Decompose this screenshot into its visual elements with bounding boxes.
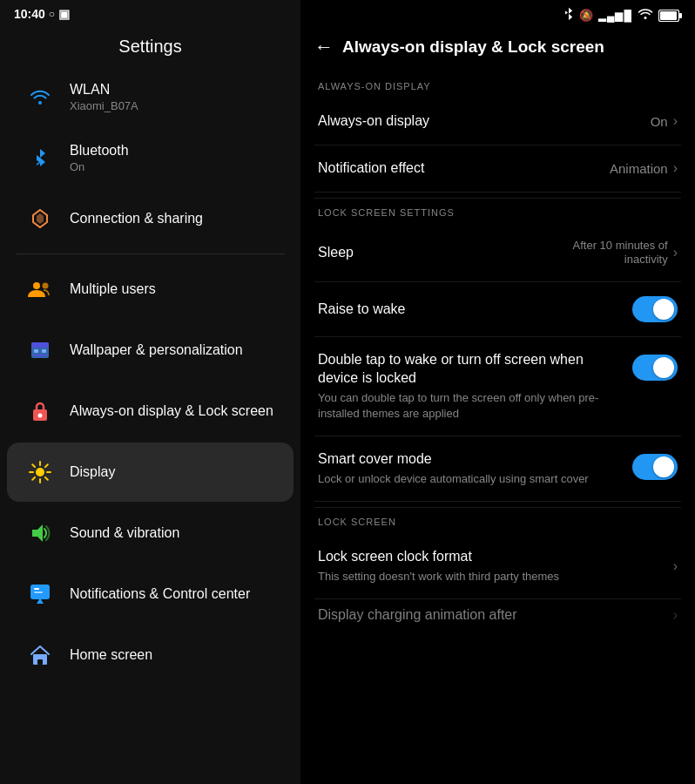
status-bar-left: 10:40 ○ ▣ bbox=[0, 0, 300, 24]
row-display-charging[interactable]: Display charging animation after › bbox=[314, 599, 681, 631]
row-charging-chevron: › bbox=[673, 607, 678, 623]
battery-icon bbox=[658, 10, 683, 22]
left-header: Settings bbox=[0, 24, 300, 65]
alwayson-label: Always-on display & Lock screen bbox=[70, 402, 273, 421]
lock-icon bbox=[23, 394, 57, 429]
row-always-on-display[interactable]: Always-on display On › bbox=[314, 98, 681, 145]
section-divider-1 bbox=[314, 198, 681, 199]
display-label: Display bbox=[70, 463, 115, 482]
circle-icon: ○ bbox=[49, 8, 55, 20]
row-smartcover-title: Smart cover mode bbox=[318, 450, 624, 469]
svg-rect-6 bbox=[34, 349, 38, 353]
row-clockformat-title: Lock screen clock format bbox=[318, 548, 665, 566]
row-sleep-right: After 10 minutes of inactivity › bbox=[529, 239, 678, 268]
sidebar-item-wlan[interactable]: WLAN Xiaomi_B07A bbox=[7, 67, 294, 126]
smart-cover-toggle[interactable] bbox=[632, 454, 678, 480]
row-sleep-value: After 10 minutes of inactivity bbox=[529, 239, 668, 268]
bluetooth-status-icon bbox=[563, 7, 574, 24]
home-icon bbox=[23, 638, 57, 672]
row-smartcover-desc: Lock or unlock device automatically usin… bbox=[318, 471, 624, 487]
sidebar-item-homescreen[interactable]: Home screen bbox=[7, 625, 294, 685]
connection-icon bbox=[23, 201, 57, 236]
settings-title: Settings bbox=[118, 37, 181, 56]
sound-text: Sound & vibration bbox=[70, 524, 179, 543]
row-raise-left: Raise to wake bbox=[318, 301, 632, 319]
bluetooth-sublabel: On bbox=[70, 160, 129, 173]
row-sleep-chevron: › bbox=[673, 245, 678, 260]
wifi-status-icon bbox=[638, 8, 653, 23]
row-doubletap-right bbox=[632, 355, 678, 381]
row-smartcover-right bbox=[632, 454, 678, 480]
users-label: Multiple users bbox=[70, 280, 156, 299]
sidebar-item-bluetooth[interactable]: Bluetooth On bbox=[7, 128, 294, 187]
svg-point-2 bbox=[33, 282, 40, 289]
svg-line-18 bbox=[45, 464, 48, 467]
wallpaper-text: Wallpaper & personalization bbox=[70, 341, 243, 360]
row-double-tap[interactable]: Double tap to wake or turn off screen wh… bbox=[314, 337, 681, 436]
row-aod-left: Always-on display bbox=[318, 112, 651, 131]
connection-text: Connection & sharing bbox=[70, 210, 203, 228]
sidebar-item-notifications[interactable]: Notifications & Control center bbox=[7, 564, 294, 624]
notifications-label: Notifications & Control center bbox=[70, 585, 250, 604]
section-label-lockscreen: LOCK SCREEN bbox=[318, 517, 681, 527]
divider-1 bbox=[16, 253, 285, 254]
section-divider-2 bbox=[314, 507, 681, 508]
homescreen-label: Home screen bbox=[70, 646, 152, 665]
bluetooth-icon bbox=[23, 140, 57, 175]
svg-rect-5 bbox=[31, 342, 49, 348]
row-clockformat-right: › bbox=[673, 558, 678, 574]
svg-rect-8 bbox=[34, 355, 46, 356]
wlan-text: WLAN Xiaomi_B07A bbox=[70, 81, 138, 113]
notifications-text: Notifications & Control center bbox=[70, 585, 250, 604]
row-smart-cover[interactable]: Smart cover mode Lock or unlock device a… bbox=[314, 436, 681, 502]
row-notification-effect[interactable]: Notification effect Animation › bbox=[314, 145, 681, 193]
row-notif-effect-value: Animation bbox=[610, 161, 668, 176]
left-panel: 10:40 ○ ▣ Settings WLAN Xiaomi_B07A bbox=[0, 0, 300, 784]
alwayson-text: Always-on display & Lock screen bbox=[70, 402, 273, 421]
row-raise-to-wake[interactable]: Raise to wake bbox=[314, 282, 681, 337]
svg-rect-22 bbox=[34, 588, 39, 590]
wlan-sublabel: Xiaomi_B07A bbox=[70, 99, 138, 112]
row-charging-right: › bbox=[673, 607, 678, 623]
row-sleep[interactable]: Sleep After 10 minutes of inactivity › bbox=[314, 225, 681, 283]
row-aod-chevron: › bbox=[673, 113, 678, 129]
row-notif-effect-chevron: › bbox=[673, 160, 678, 176]
sidebar-item-wallpaper[interactable]: Wallpaper & personalization bbox=[7, 321, 294, 380]
homescreen-text: Home screen bbox=[70, 646, 152, 665]
row-sleep-title: Sleep bbox=[318, 244, 520, 262]
row-raise-right bbox=[632, 296, 678, 322]
row-smartcover-left: Smart cover mode Lock or unlock device a… bbox=[318, 450, 632, 487]
signal-icon: ▂▄▆█ bbox=[598, 10, 632, 22]
wlan-label: WLAN bbox=[70, 81, 138, 99]
row-notif-effect-left: Notification effect bbox=[318, 159, 610, 178]
svg-rect-23 bbox=[34, 591, 43, 593]
svg-rect-28 bbox=[679, 13, 682, 18]
row-clockformat-desc: This setting doesn't work with third par… bbox=[318, 569, 665, 585]
svg-point-3 bbox=[43, 283, 49, 289]
row-charging-left: Display charging animation after bbox=[318, 606, 673, 625]
row-doubletap-title: Double tap to wake or turn off screen wh… bbox=[318, 351, 624, 388]
raise-to-wake-toggle[interactable] bbox=[632, 296, 678, 322]
sidebar-item-connection[interactable]: Connection & sharing bbox=[7, 189, 294, 248]
svg-point-10 bbox=[38, 414, 43, 418]
sidebar-item-sound[interactable]: Sound & vibration bbox=[7, 504, 294, 563]
back-button[interactable]: ← bbox=[314, 36, 334, 58]
right-panel-title: Always-on display & Lock screen bbox=[342, 37, 604, 57]
users-icon bbox=[23, 272, 57, 307]
double-tap-toggle[interactable] bbox=[632, 355, 678, 381]
row-clockformat-chevron: › bbox=[673, 558, 678, 574]
sidebar-item-display[interactable]: Display bbox=[7, 443, 294, 502]
row-raise-title: Raise to wake bbox=[318, 301, 624, 319]
section-label-aod: ALWAYS-ON DISPLAY bbox=[318, 81, 681, 91]
bluetooth-text: Bluetooth On bbox=[70, 142, 129, 174]
row-aod-right: On › bbox=[651, 113, 678, 129]
row-aod-title: Always-on display bbox=[318, 112, 642, 131]
svg-line-19 bbox=[32, 477, 35, 480]
row-clockformat-left: Lock screen clock format This setting do… bbox=[318, 548, 673, 585]
row-clock-format[interactable]: Lock screen clock format This setting do… bbox=[314, 534, 681, 599]
svg-rect-27 bbox=[660, 11, 677, 20]
svg-line-17 bbox=[45, 477, 48, 480]
sidebar-item-users[interactable]: Multiple users bbox=[7, 260, 294, 319]
display-icon bbox=[23, 455, 57, 490]
sidebar-item-alwayson[interactable]: Always-on display & Lock screen bbox=[7, 382, 294, 441]
